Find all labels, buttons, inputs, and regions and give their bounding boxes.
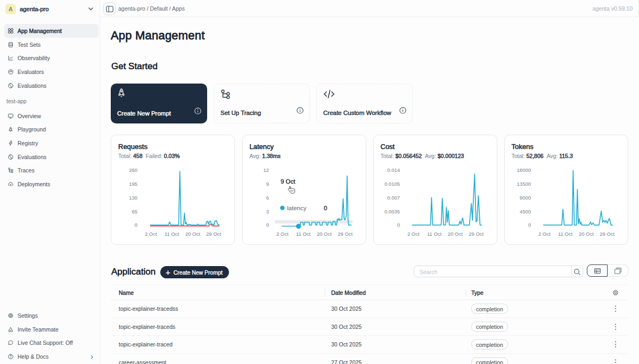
svg-text:20 Oct: 20 Oct [578,231,593,237]
svg-text:9 Oct: 9 Oct [281,178,296,185]
svg-text:0: 0 [266,222,268,228]
svg-text:0: 0 [397,222,399,228]
svg-text:9: 9 [266,181,268,187]
svg-text:0.014: 0.014 [387,167,400,173]
svg-text:11 Oct: 11 Oct [165,231,179,237]
svg-text:0.0035: 0.0035 [384,209,399,214]
svg-text:11 Oct: 11 Oct [296,231,310,237]
svg-text:6: 6 [266,195,268,201]
svg-text:29 Oct: 29 Oct [338,231,353,237]
svg-text:13500: 13500 [517,181,530,187]
svg-text:29 Oct: 29 Oct [206,231,221,237]
svg-text:130: 130 [129,195,137,201]
svg-text:9000: 9000 [519,195,530,201]
svg-text:20 Oct: 20 Oct [316,231,331,237]
svg-text:0: 0 [324,205,327,211]
svg-text:11 Oct: 11 Oct [427,231,441,237]
svg-text:2 Oct: 2 Oct [538,231,550,237]
svg-text:12: 12 [263,167,269,173]
svg-text:2 Oct: 2 Oct [407,231,419,237]
svg-text:65: 65 [132,209,137,214]
svg-text:2 Oct: 2 Oct [276,231,288,237]
svg-text:0: 0 [135,222,137,228]
svg-text:29 Oct: 29 Oct [469,231,484,237]
svg-text:0.0105: 0.0105 [384,181,399,187]
svg-text:0: 0 [528,222,530,228]
svg-text:4500: 4500 [519,209,530,214]
svg-text:29 Oct: 29 Oct [600,231,615,237]
svg-text:195: 195 [129,181,137,187]
svg-text:latency: latency [287,205,307,211]
svg-text:20 Oct: 20 Oct [185,231,200,237]
svg-text:260: 260 [129,167,137,173]
svg-text:0.007: 0.007 [387,195,400,201]
svg-text:2 Oct: 2 Oct [145,231,157,237]
svg-text:3: 3 [266,209,268,214]
svg-text:11 Oct: 11 Oct [558,231,572,237]
svg-text:20 Oct: 20 Oct [447,231,462,237]
svg-text:18000: 18000 [517,167,530,173]
